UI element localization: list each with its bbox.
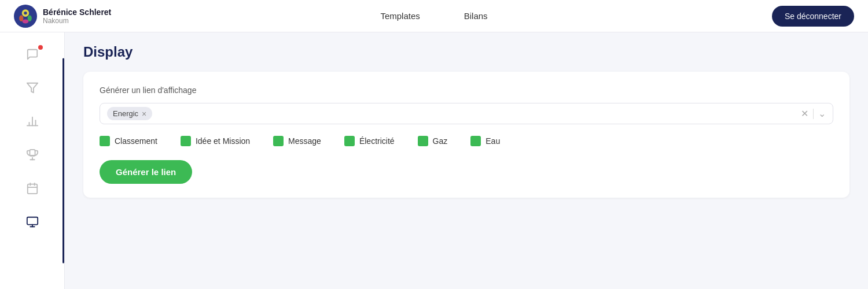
nav-link-bilans[interactable]: Bilans xyxy=(459,9,492,23)
checkbox-square-eau xyxy=(470,136,481,146)
checkbox-label-eau: Eau xyxy=(486,136,500,146)
chat-badge xyxy=(38,45,43,50)
monitor-icon xyxy=(26,216,39,231)
checkbox-square-message xyxy=(273,136,284,146)
checkbox-square-gaz xyxy=(418,136,428,146)
page-title: Display xyxy=(83,44,849,60)
checkbox-label-classement: Classement xyxy=(115,136,157,146)
checkbox-electricite[interactable]: Électricité xyxy=(344,136,395,146)
chevron-down-icon[interactable]: ⌄ xyxy=(818,108,826,119)
tag-label: Energic xyxy=(113,109,138,118)
sidebar xyxy=(0,32,65,289)
svg-rect-13 xyxy=(27,184,37,194)
sidebar-item-chat[interactable] xyxy=(19,42,46,69)
display-card: Générer un lien d'affichage Energic × ✕ … xyxy=(83,72,849,198)
card-label: Générer un lien d'affichage xyxy=(100,86,833,95)
top-navigation: Bérénice Schleret Nakoum Templates Bilan… xyxy=(0,0,868,32)
checkbox-square-classement xyxy=(100,136,110,146)
checkbox-square-electricite xyxy=(344,136,355,146)
checkbox-square-idee-mission xyxy=(181,136,191,146)
sidebar-item-trophy[interactable] xyxy=(19,142,46,170)
user-name: Bérénice Schleret xyxy=(43,8,111,17)
divider xyxy=(813,109,814,119)
avatar xyxy=(14,5,37,28)
filter-icon xyxy=(26,81,39,97)
chat-icon xyxy=(26,48,39,64)
bar-chart-icon xyxy=(26,115,39,131)
svg-rect-17 xyxy=(27,217,37,224)
tag-remove-button[interactable]: × xyxy=(142,110,146,118)
tag-energic: Energic × xyxy=(107,107,152,120)
clear-icon[interactable]: ✕ xyxy=(801,108,808,119)
checkbox-gaz[interactable]: Gaz xyxy=(418,136,448,146)
checkbox-message[interactable]: Message xyxy=(273,136,321,146)
svg-point-5 xyxy=(24,11,27,14)
main-content: Display Générer un lien d'affichage Ener… xyxy=(65,32,868,289)
user-subtitle: Nakoum xyxy=(43,17,111,25)
checkbox-eau[interactable]: Eau xyxy=(470,136,500,146)
generate-link-button[interactable]: Générer le lien xyxy=(100,160,192,184)
logout-button[interactable]: Se déconnecter xyxy=(772,6,854,27)
checkbox-label-message: Message xyxy=(288,136,321,146)
sidebar-item-filter[interactable] xyxy=(19,75,46,103)
brand-text: Bérénice Schleret Nakoum xyxy=(43,8,111,25)
svg-point-4 xyxy=(23,19,29,23)
main-layout: Display Générer un lien d'affichage Ener… xyxy=(0,32,868,289)
checkbox-classement[interactable]: Classement xyxy=(100,136,157,146)
nav-link-templates[interactable]: Templates xyxy=(376,9,424,23)
tag-row-actions: ✕ ⌄ xyxy=(801,108,826,119)
checkbox-label-idee-mission: Idée et Mission xyxy=(196,136,250,146)
checkbox-label-electricite: Électricité xyxy=(359,136,395,146)
checkbox-idee-mission[interactable]: Idée et Mission xyxy=(181,136,250,146)
svg-marker-6 xyxy=(27,83,37,92)
nav-actions: Se déconnecter xyxy=(750,6,854,27)
sidebar-item-calendar[interactable] xyxy=(19,176,46,203)
tag-input-row[interactable]: Energic × ✕ ⌄ xyxy=(100,103,833,124)
trophy-icon xyxy=(26,149,39,164)
sidebar-item-chart[interactable] xyxy=(19,109,46,136)
nav-links: Templates Bilans xyxy=(118,9,750,23)
checkboxes-row: Classement Idée et Mission Message Élect… xyxy=(100,136,833,146)
checkbox-label-gaz: Gaz xyxy=(433,136,448,146)
brand: Bérénice Schleret Nakoum xyxy=(14,5,118,28)
calendar-icon xyxy=(26,182,39,198)
sidebar-item-display[interactable] xyxy=(19,209,46,237)
